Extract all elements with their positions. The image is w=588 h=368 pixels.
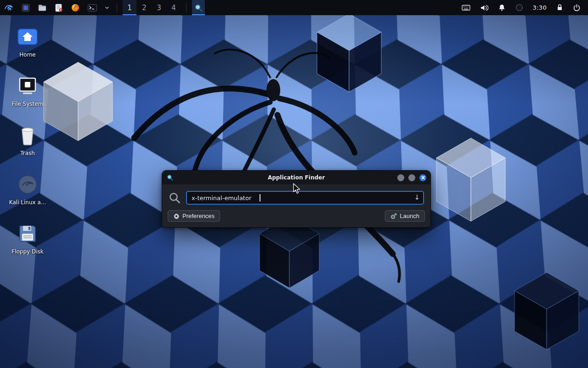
panel-launchers: 1 2 3 4	[2, 0, 205, 15]
window-title: Application Finder	[162, 174, 430, 181]
power-icon	[573, 4, 581, 12]
firefox-launcher[interactable]	[69, 0, 82, 15]
titlebar[interactable]: Application Finder	[162, 171, 430, 184]
desktop-icon-file-system[interactable]: File System	[4, 69, 51, 115]
desktop-icon-floppy-disk[interactable]: Floppy Disk	[4, 217, 51, 263]
window-controls	[397, 174, 426, 181]
workspace-3[interactable]: 3	[152, 0, 166, 15]
clock-button[interactable]: 3:30	[531, 0, 548, 15]
kali-docs-icon	[17, 173, 39, 196]
file-system-drive-icon	[17, 75, 39, 97]
desktop-icon-label: Trash	[20, 150, 35, 156]
volume-icon	[480, 4, 488, 12]
workspace-switcher: 1 2 3 4	[123, 0, 181, 15]
glass-cube-black-bottomright	[514, 272, 579, 350]
workspace-2[interactable]: 2	[137, 0, 151, 15]
panel-tray: 3:30	[460, 0, 584, 15]
desktop-icon-label: Home	[19, 52, 35, 58]
workspace-1[interactable]: 1	[123, 0, 136, 15]
notifications-button[interactable]	[496, 0, 508, 15]
bell-icon	[498, 4, 506, 12]
desktop-root: 1 2 3 4	[0, 0, 588, 368]
dialog-buttons: Preferences Launch	[167, 210, 426, 223]
mouse-pointer	[293, 183, 302, 194]
firefox-icon	[71, 3, 80, 12]
kali-logo-icon	[4, 3, 14, 13]
kali-menu-button[interactable]	[2, 0, 16, 15]
desktop-icon-label: File System	[12, 101, 44, 107]
text-editor-launcher[interactable]	[52, 0, 65, 15]
search-input[interactable]	[186, 191, 424, 205]
close-icon	[421, 176, 425, 179]
glass-cube-white-right	[436, 138, 505, 221]
chevron-down-icon	[105, 6, 109, 10]
app-finder-taskbar-button[interactable]	[192, 0, 205, 15]
trash-bin-icon	[17, 124, 39, 146]
gear-icon	[173, 213, 180, 219]
desktop-icon-trash[interactable]: Trash	[4, 119, 51, 165]
workspace-4[interactable]: 4	[167, 0, 181, 15]
logout-button[interactable]	[571, 0, 582, 15]
glass-cube-white-left	[44, 62, 113, 141]
preferences-button[interactable]: Preferences	[168, 210, 220, 222]
text-caret	[260, 194, 260, 201]
window-app-icon	[166, 174, 174, 181]
file-manager-launcher[interactable]	[36, 0, 49, 15]
lock-icon	[556, 4, 563, 12]
glass-cube-black-top	[317, 15, 381, 92]
desktop-icon-home[interactable]: Home	[4, 20, 51, 66]
minimize-button[interactable]	[397, 174, 404, 181]
terminal-icon	[87, 3, 97, 12]
window-manager-launcher[interactable]	[19, 0, 32, 15]
close-button[interactable]	[419, 174, 426, 181]
app-finder-icon	[194, 3, 203, 12]
volume-button[interactable]	[478, 0, 490, 15]
launch-icon	[390, 213, 397, 219]
desktop-icon-label: Floppy Disk	[11, 248, 44, 255]
desktop-icon-kali-docs[interactable]: Kali Linux a...	[4, 168, 51, 214]
maximize-button[interactable]	[408, 174, 415, 181]
launch-button[interactable]: Launch	[385, 210, 425, 222]
screen-lock-button[interactable]	[554, 0, 565, 15]
panel-separator	[117, 3, 117, 12]
terminal-launcher[interactable]	[85, 0, 99, 15]
desktop-icon-label: Kali Linux a...	[9, 199, 46, 206]
top-panel: 1 2 3 4	[0, 0, 588, 15]
search-input-wrap: ↓	[186, 191, 424, 205]
desktop-icon-column: Home File System Trash	[4, 20, 51, 266]
launch-label: Launch	[400, 213, 419, 219]
launcher-dropdown-button[interactable]	[103, 0, 111, 15]
application-finder-window: Application Finder	[162, 170, 431, 228]
input-dropdown-arrow[interactable]: ↓	[414, 193, 420, 201]
text-editor-icon	[54, 3, 63, 12]
home-folder-icon	[17, 26, 39, 48]
status-circle-button[interactable]	[514, 0, 525, 15]
search-icon	[169, 192, 181, 204]
status-circle-icon	[515, 4, 523, 12]
floppy-disk-icon	[17, 223, 39, 245]
preferences-label: Preferences	[182, 213, 215, 219]
clock-label: 3:30	[533, 4, 547, 11]
keyboard-layout-button[interactable]	[460, 0, 472, 15]
panel-separator	[186, 3, 187, 12]
keyboard-icon	[462, 4, 470, 11]
file-manager-icon	[38, 3, 47, 12]
window-manager-icon	[21, 3, 30, 12]
